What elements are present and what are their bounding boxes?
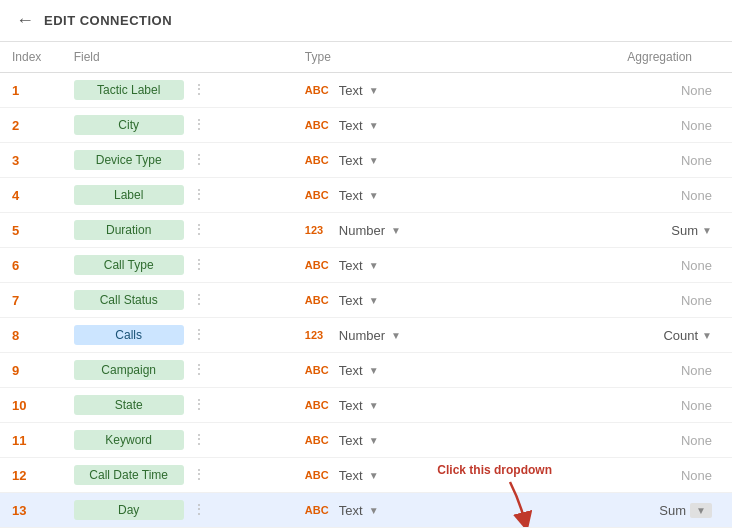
table-row: 13Day ⋮ABCText▼Sum▼ — [0, 493, 732, 528]
aggregation-none: None — [681, 293, 712, 308]
drag-handle-icon[interactable]: ⋮ — [184, 431, 210, 447]
table-row: 2City ⋮ABCText▼None — [0, 108, 732, 143]
field-tag: City — [74, 115, 184, 135]
row-field-cell: Call Date Time ⋮ — [62, 458, 293, 493]
drag-handle-icon[interactable]: ⋮ — [184, 466, 210, 482]
row-type-cell: ABCText▼ — [293, 248, 547, 283]
aggregation-dropdown-chevron[interactable]: ▼ — [702, 225, 712, 236]
type-label: Text — [339, 83, 363, 98]
field-tag: Keyword — [74, 430, 184, 450]
row-aggregation-cell: None — [547, 423, 732, 458]
drag-handle-icon[interactable]: ⋮ — [184, 256, 210, 272]
row-aggregation-cell: None — [547, 388, 732, 423]
row-type-cell: ABCText▼ — [293, 388, 547, 423]
type-prefix: ABC — [305, 364, 333, 376]
type-label: Number — [339, 223, 385, 238]
table-row: 12Call Date Time ⋮ABCText▼None — [0, 458, 732, 493]
row-index: 6 — [0, 248, 62, 283]
row-index: 4 — [0, 178, 62, 213]
field-tag: Label — [74, 185, 184, 205]
aggregation-dropdown[interactable]: Count▼ — [663, 328, 712, 343]
table-row: 5Duration ⋮123Number▼Sum▼ — [0, 213, 732, 248]
row-field-cell: Call Status ⋮ — [62, 283, 293, 318]
type-dropdown-chevron[interactable]: ▼ — [369, 365, 379, 376]
aggregation-none: None — [681, 258, 712, 273]
type-label: Text — [339, 468, 363, 483]
row-aggregation-cell: None — [547, 248, 732, 283]
drag-handle-icon[interactable]: ⋮ — [184, 291, 210, 307]
row-field-cell: Keyword ⋮ — [62, 423, 293, 458]
drag-handle-icon[interactable]: ⋮ — [184, 501, 210, 517]
row-aggregation-cell: None — [547, 283, 732, 318]
row-field-cell: Calls ⋮ — [62, 318, 293, 353]
table-row: 7Call Status ⋮ABCText▼None — [0, 283, 732, 318]
row-index: 8 — [0, 318, 62, 353]
type-dropdown-chevron[interactable]: ▼ — [369, 435, 379, 446]
table-container: Index Field Type Aggregation 1Tactic Lab… — [0, 42, 732, 528]
drag-handle-icon[interactable]: ⋮ — [184, 116, 210, 132]
field-tag: Tactic Label — [74, 80, 184, 100]
drag-handle-icon[interactable]: ⋮ — [184, 361, 210, 377]
back-button[interactable]: ← — [16, 10, 34, 31]
drag-handle-icon[interactable]: ⋮ — [184, 326, 210, 342]
row-aggregation-cell: None — [547, 458, 732, 493]
drag-handle-icon[interactable]: ⋮ — [184, 81, 210, 97]
aggregation-none: None — [681, 188, 712, 203]
row-type-cell: ABCText▼ — [293, 73, 547, 108]
row-type-cell: ABCText▼ — [293, 283, 547, 318]
table-row: 9Campaign ⋮ABCText▼None — [0, 353, 732, 388]
type-dropdown-chevron[interactable]: ▼ — [369, 295, 379, 306]
type-dropdown-chevron[interactable]: ▼ — [369, 505, 379, 516]
aggregation-value: Sum — [659, 503, 686, 518]
aggregation-dropdown[interactable]: Sum▼ — [659, 503, 712, 518]
table-row: 4Label ⋮ABCText▼None — [0, 178, 732, 213]
col-header-index: Index — [0, 42, 62, 73]
row-index: 1 — [0, 73, 62, 108]
type-label: Text — [339, 153, 363, 168]
row-type-cell: ABCText▼ — [293, 143, 547, 178]
type-dropdown-chevron[interactable]: ▼ — [369, 260, 379, 271]
type-dropdown-chevron[interactable]: ▼ — [391, 330, 401, 341]
aggregation-none: None — [681, 363, 712, 378]
type-dropdown-chevron[interactable]: ▼ — [369, 85, 379, 96]
row-field-cell: Campaign ⋮ — [62, 353, 293, 388]
col-header-field: Field — [62, 42, 293, 73]
row-field-cell: Tactic Label ⋮ — [62, 73, 293, 108]
type-dropdown-chevron[interactable]: ▼ — [369, 400, 379, 411]
row-index: 5 — [0, 213, 62, 248]
row-field-cell: Device Type ⋮ — [62, 143, 293, 178]
row-aggregation-cell: Count▼ — [547, 318, 732, 353]
aggregation-dropdown-chevron[interactable]: ▼ — [690, 503, 712, 518]
type-label: Text — [339, 363, 363, 378]
type-dropdown-chevron[interactable]: ▼ — [391, 225, 401, 236]
row-type-cell: 123Number▼ — [293, 318, 547, 353]
row-type-cell: ABCText▼ — [293, 178, 547, 213]
aggregation-dropdown[interactable]: Sum▼ — [671, 223, 712, 238]
type-prefix: ABC — [305, 189, 333, 201]
type-prefix: ABC — [305, 434, 333, 446]
row-index: 12 — [0, 458, 62, 493]
type-label: Text — [339, 398, 363, 413]
row-index: 9 — [0, 353, 62, 388]
type-prefix: ABC — [305, 399, 333, 411]
table-row: 6Call Type ⋮ABCText▼None — [0, 248, 732, 283]
table-row: 10State ⋮ABCText▼None — [0, 388, 732, 423]
aggregation-none: None — [681, 83, 712, 98]
drag-handle-icon[interactable]: ⋮ — [184, 221, 210, 237]
type-dropdown-chevron[interactable]: ▼ — [369, 155, 379, 166]
row-index: 11 — [0, 423, 62, 458]
type-dropdown-chevron[interactable]: ▼ — [369, 470, 379, 481]
drag-handle-icon[interactable]: ⋮ — [184, 151, 210, 167]
type-prefix: 123 — [305, 224, 333, 236]
row-aggregation-cell: Sum▼ — [547, 493, 732, 528]
drag-handle-icon[interactable]: ⋮ — [184, 396, 210, 412]
type-label: Text — [339, 293, 363, 308]
aggregation-dropdown-chevron[interactable]: ▼ — [702, 330, 712, 341]
drag-handle-icon[interactable]: ⋮ — [184, 186, 210, 202]
row-type-cell: ABCText▼ — [293, 458, 547, 493]
type-dropdown-chevron[interactable]: ▼ — [369, 190, 379, 201]
field-tag: Day — [74, 500, 184, 520]
type-dropdown-chevron[interactable]: ▼ — [369, 120, 379, 131]
type-label: Text — [339, 433, 363, 448]
table-row: 1Tactic Label ⋮ABCText▼None — [0, 73, 732, 108]
